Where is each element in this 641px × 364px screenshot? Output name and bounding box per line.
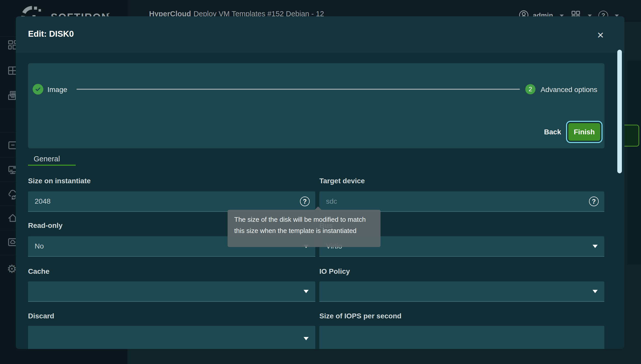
- target-device-help-icon[interactable]: ?: [589, 197, 599, 206]
- field-label-target-device: Target device: [319, 177, 365, 186]
- step-advanced-options-label: Advanced options: [541, 86, 597, 94]
- field-label-size-of-iops: Size of IOPS per second: [319, 312, 401, 321]
- step-image-label: Image: [47, 86, 67, 94]
- modal-title: Edit: DISK0: [28, 29, 74, 39]
- field-label-size-on-instantiate: Size on instantiate: [28, 177, 91, 186]
- dropdown-arrow-icon: [304, 290, 309, 293]
- io-policy-select[interactable]: [319, 281, 604, 302]
- field-label-read-only: Read-only: [28, 222, 62, 231]
- modal-scrollbar-thumb[interactable]: [617, 50, 622, 173]
- discard-select[interactable]: [28, 326, 315, 349]
- close-icon[interactable]: ✕: [595, 30, 606, 41]
- background-panel: [627, 61, 641, 265]
- dropdown-arrow-icon: [593, 245, 598, 248]
- target-device-placeholder: sdc: [326, 197, 337, 205]
- size-help-icon[interactable]: ?: [300, 197, 310, 206]
- edit-disk-modal: Edit: DISK0 ✕ Image 2 Advanced options B…: [16, 16, 624, 349]
- cache-select[interactable]: [28, 281, 315, 302]
- modal-header: Edit: DISK0 ✕: [16, 16, 624, 52]
- size-help-tooltip: The size of the disk will be modified to…: [228, 210, 381, 247]
- stepper-card: Image 2 Advanced options Back Finish: [28, 63, 605, 148]
- tab-active-underline: [28, 165, 76, 166]
- step-2-circle[interactable]: 2: [525, 84, 535, 94]
- tab-general[interactable]: General: [28, 151, 76, 166]
- stepper-connector: [76, 89, 520, 90]
- dropdown-arrow-icon: [304, 337, 309, 340]
- finish-button[interactable]: Finish: [568, 123, 600, 141]
- field-label-io-policy: IO Policy: [319, 267, 350, 277]
- back-button[interactable]: Back: [539, 124, 567, 140]
- field-label-cache: Cache: [28, 267, 49, 277]
- target-device-input[interactable]: sdc ?: [319, 191, 604, 212]
- dropdown-arrow-icon: [593, 290, 598, 293]
- field-label-discard: Discard: [28, 312, 54, 321]
- size-on-instantiate-input[interactable]: 2048 ?: [28, 191, 315, 212]
- size-of-iops-input[interactable]: [319, 326, 604, 349]
- step-completed-check-icon[interactable]: [33, 84, 43, 95]
